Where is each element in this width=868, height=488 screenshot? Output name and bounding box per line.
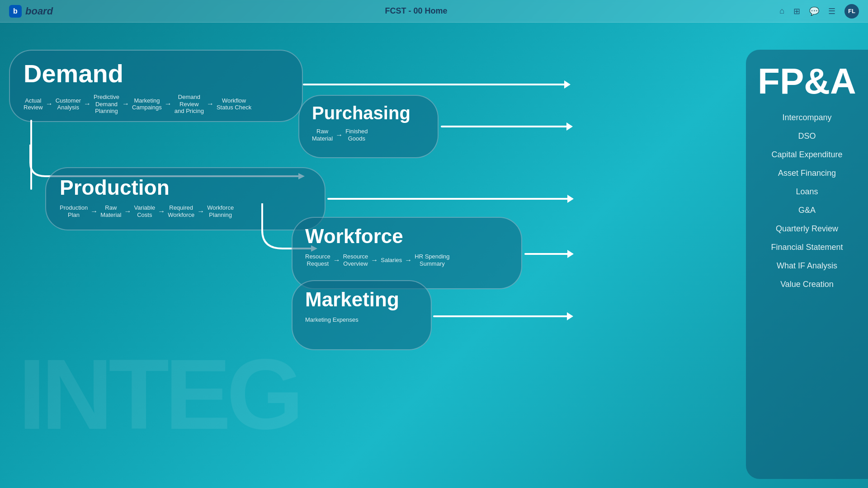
flow-item-hr-spending[interactable]: HR Spending Summary <box>415 253 449 267</box>
workforce-title: Workforce <box>305 225 509 248</box>
workforce-flow: Resource Request → Resource Overview → S… <box>305 253 509 267</box>
menu-icon[interactable]: ☰ <box>828 6 835 16</box>
flow-item-variable-costs[interactable]: Variable Costs <box>134 204 155 218</box>
logo-text: board <box>25 5 53 17</box>
flow-item-predictive-demand[interactable]: Predictive Demand Planning <box>94 94 119 115</box>
prod-arrow-1: → <box>90 207 98 216</box>
fpa-item-financial-statement[interactable]: Financial Statement <box>746 238 868 257</box>
flow-item-actual-review[interactable]: Actual Review <box>24 97 43 111</box>
wf-arrow-1: → <box>333 256 340 264</box>
purchasing-card[interactable]: Purchasing Raw Material → Finished Goods <box>298 95 439 158</box>
wf-arrow-3: → <box>405 256 412 264</box>
fpa-item-what-if[interactable]: What IF Analysis <box>746 257 868 275</box>
demand-flow: Actual Review → Customer Analysis → Pred… <box>24 94 288 115</box>
purchasing-flow: Raw Material → Finished Goods <box>312 128 425 142</box>
flow-item-finished-goods[interactable]: Finished Goods <box>345 128 368 142</box>
flow-item-marketing-campaigns[interactable]: Marketing Campaings <box>132 97 162 111</box>
marketing-card[interactable]: Marketing Marketing Expenses <box>292 280 432 350</box>
arrow-3: → <box>122 100 129 108</box>
flow-item-production-plan[interactable]: Production Plan <box>60 204 88 218</box>
production-title: Production <box>60 175 311 200</box>
purchasing-title: Purchasing <box>312 103 425 123</box>
flow-item-resource-overview[interactable]: Resource Overview <box>343 253 368 267</box>
arrow-purchasing-fpa <box>441 126 572 127</box>
fpa-item-asset-financing[interactable]: Asset Financing <box>746 164 868 183</box>
arrow-2: → <box>84 100 91 108</box>
grid-icon[interactable]: ⊞ <box>793 6 800 16</box>
arrow-marketing-fpa <box>433 315 572 317</box>
watermark: INTEG <box>18 338 299 452</box>
topbar: b board FCST - 00 Home ⌂ ⊞ 💬 ☰ FL <box>0 0 868 23</box>
prod-arrow-2: → <box>124 207 131 216</box>
flow-item-raw-material[interactable]: Raw Material <box>312 128 333 142</box>
demand-title: Demand <box>24 59 288 88</box>
arrow-production-fpa <box>327 198 573 200</box>
fpa-panel: FP&A Intercompany DSO Capital Expenditur… <box>746 50 868 479</box>
wf-arrow-2: → <box>371 256 378 264</box>
fpa-item-ga[interactable]: G&A <box>746 201 868 220</box>
purchasing-arrow-1: → <box>335 131 343 139</box>
logo-container: b board <box>9 5 53 18</box>
user-avatar[interactable]: FL <box>844 4 859 19</box>
marketing-flow: Marketing Expenses <box>305 316 418 324</box>
flow-item-workforce-planning[interactable]: Workforce Planning <box>207 204 234 218</box>
arrow-1: → <box>46 100 53 108</box>
fpa-item-quarterly-review[interactable]: Quarterly Review <box>746 220 868 238</box>
arrow-4: → <box>165 100 172 108</box>
demand-card[interactable]: Demand Actual Review → Customer Analysis… <box>9 50 303 122</box>
flow-item-marketing-expenses[interactable]: Marketing Expenses <box>305 316 359 324</box>
flow-item-demand-review[interactable]: Demand Review and Pricing <box>175 94 204 115</box>
chat-icon[interactable]: 💬 <box>809 6 819 16</box>
flow-item-salaries[interactable]: Salaries <box>381 257 402 264</box>
fpa-item-value-creation[interactable]: Value Creation <box>746 275 868 294</box>
fpa-item-dso[interactable]: DSO <box>746 127 868 145</box>
page-title: FCST - 00 Home <box>53 6 779 16</box>
marketing-title: Marketing <box>305 288 418 311</box>
flow-item-workflow-status[interactable]: Workflow Status Check <box>217 97 251 111</box>
home-icon[interactable]: ⌂ <box>779 6 784 16</box>
arrow-workforce-fpa <box>524 253 573 255</box>
prod-arrow-4: → <box>197 207 204 216</box>
arrow-5: → <box>207 100 214 108</box>
fpa-title: FP&A <box>746 59 868 108</box>
workforce-card[interactable]: Workforce Resource Request → Resource Ov… <box>292 217 522 289</box>
fpa-item-loans[interactable]: Loans <box>746 183 868 201</box>
logo-icon: b <box>9 5 22 18</box>
flow-item-prod-raw-material[interactable]: Raw Material <box>100 204 121 218</box>
prod-arrow-3: → <box>158 207 165 216</box>
main-content: INTEG Demand Actual Review → Customer An… <box>0 23 868 488</box>
flow-item-resource-request[interactable]: Resource Request <box>305 253 330 267</box>
arrow-demand-fpa <box>303 84 570 85</box>
fpa-item-intercompany[interactable]: Intercompany <box>746 108 868 127</box>
flow-item-customer-analysis[interactable]: Customer Analysis <box>56 97 81 111</box>
flow-item-required-workforce[interactable]: Required Workforce <box>168 204 194 218</box>
fpa-item-capital-expenditure[interactable]: Capital Expenditure <box>746 145 868 164</box>
topbar-icons: ⌂ ⊞ 💬 ☰ FL <box>779 4 859 19</box>
